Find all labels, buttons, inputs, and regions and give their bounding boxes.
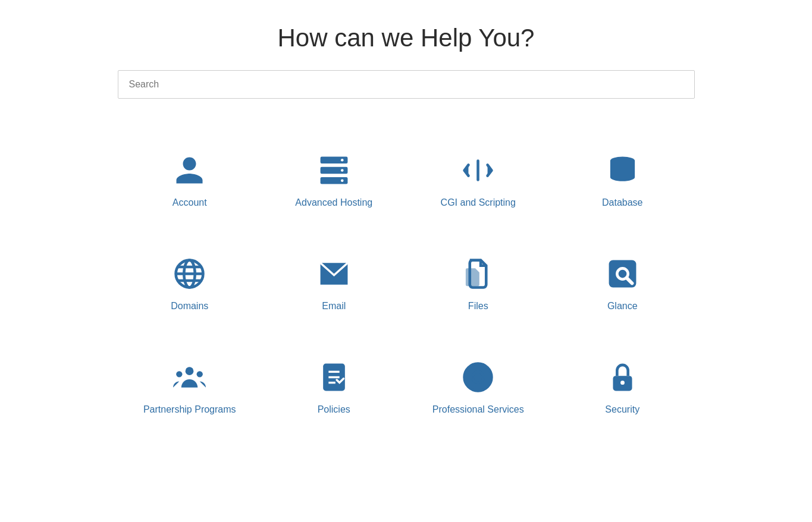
svg-point-24 (473, 372, 484, 382)
svg-rect-2 (320, 177, 347, 183)
grid-item-cgi-scripting[interactable]: CGI and Scripting (406, 128, 551, 232)
search-container (118, 70, 695, 99)
partnership-programs-label: Partnership Programs (143, 404, 236, 415)
category-grid: Account Advanced Hosting (118, 128, 695, 439)
security-icon (604, 359, 640, 395)
page-title: How can we Help You? (278, 24, 535, 52)
grid-item-professional-services[interactable]: Professional Services (406, 335, 551, 439)
server-icon (316, 152, 352, 188)
globe-icon (172, 256, 208, 291)
grid-item-files[interactable]: Files (406, 232, 551, 335)
search-input[interactable] (118, 70, 695, 99)
professional-services-label: Professional Services (432, 404, 524, 415)
code-icon (460, 152, 496, 188)
partnership-icon (172, 359, 208, 395)
grid-item-security[interactable]: Security (550, 335, 695, 439)
grid-item-email[interactable]: Email (262, 232, 406, 335)
cgi-scripting-label: CGI and Scripting (441, 197, 516, 208)
policies-icon (316, 359, 352, 395)
grid-item-database[interactable]: Database (550, 128, 695, 232)
svg-point-30 (620, 381, 625, 385)
domains-label: Domains (171, 301, 208, 312)
svg-rect-0 (320, 156, 347, 163)
svg-point-5 (341, 179, 344, 182)
files-label: Files (468, 301, 488, 312)
svg-point-17 (176, 371, 182, 377)
glance-icon (604, 256, 640, 291)
grid-item-glance[interactable]: Glance (550, 232, 695, 335)
email-label: Email (322, 301, 346, 312)
glance-label: Glance (607, 301, 638, 312)
account-label: Account (173, 197, 207, 208)
svg-point-3 (341, 159, 344, 162)
files-icon (460, 256, 496, 291)
page-container: How can we Help You? Account (0, 0, 812, 463)
svg-point-16 (186, 367, 194, 375)
advanced-hosting-label: Advanced Hosting (295, 197, 372, 208)
grid-item-policies[interactable]: Policies (262, 335, 406, 439)
policies-label: Policies (318, 404, 350, 415)
security-label: Security (605, 404, 639, 415)
svg-point-18 (197, 371, 203, 377)
grid-item-domains[interactable]: Domains (118, 232, 262, 335)
professional-icon (460, 359, 496, 395)
svg-point-4 (341, 169, 344, 172)
grid-item-account[interactable]: Account (118, 128, 262, 232)
svg-rect-1 (320, 166, 347, 173)
grid-item-advanced-hosting[interactable]: Advanced Hosting (262, 128, 406, 232)
database-label: Database (602, 197, 643, 208)
database-icon (604, 152, 640, 188)
grid-item-partnership-programs[interactable]: Partnership Programs (118, 335, 262, 439)
email-icon (316, 256, 352, 291)
account-icon (172, 152, 208, 188)
